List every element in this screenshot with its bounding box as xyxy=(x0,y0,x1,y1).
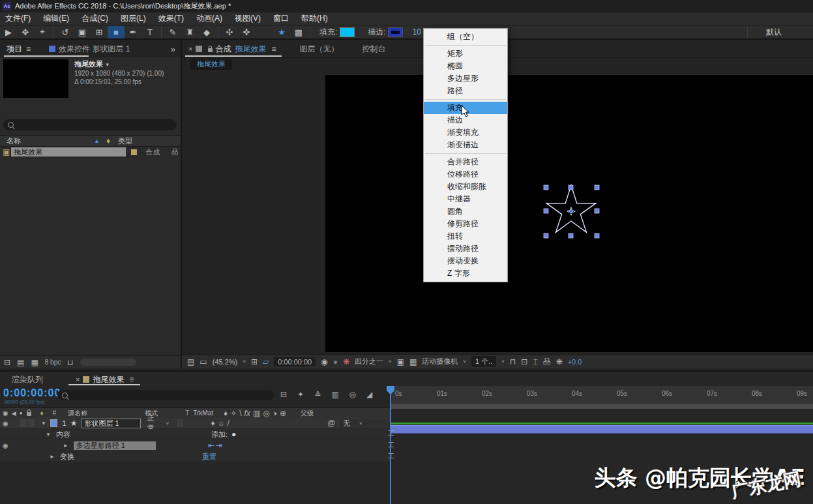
comp-timecode[interactable]: 0:00:00:00 xyxy=(274,357,316,366)
menu-item-wiggle-paths[interactable]: 摆动路径 xyxy=(424,243,507,255)
menu-item-gradient-fill[interactable]: 渐变填充 xyxy=(424,126,507,139)
camera-view-select[interactable]: 活动摄像机 xyxy=(422,357,458,366)
trkmat-box[interactable] xyxy=(177,419,183,427)
project-item-row[interactable]: ▣ 拖尾效果 合成 品 xyxy=(0,147,181,157)
menu-composition[interactable]: 合成(C) xyxy=(81,13,108,24)
transform-reset-link[interactable]: 重置 xyxy=(202,452,216,462)
layer-name[interactable]: 形状图层 1 xyxy=(81,419,140,428)
resolution-select[interactable]: 四分之一 xyxy=(355,357,383,366)
menu-item-repeater[interactable]: 中继器 xyxy=(424,193,507,205)
mini-flowchart-icon[interactable]: ⊟ xyxy=(280,390,287,399)
playhead-line[interactable] xyxy=(390,386,391,504)
primary-viewer-icon[interactable]: ▭ xyxy=(200,357,207,366)
menu-item-zigzag[interactable]: Z 字形 xyxy=(424,267,507,280)
new-folder-icon[interactable]: ▤ xyxy=(17,358,24,367)
zoom-tool-icon[interactable]: ⌖ xyxy=(34,26,51,38)
star-shape-tool-icon[interactable]: ★ xyxy=(273,26,290,38)
label-column-icon[interactable]: ♦ xyxy=(106,136,110,145)
contents-row[interactable]: ▼ 内容 添加: ● xyxy=(0,429,390,439)
contents-add-icon[interactable]: ● xyxy=(231,430,236,439)
menu-layer[interactable]: 图层(L) xyxy=(121,13,146,24)
comp-panel-menu-icon[interactable]: ≡ xyxy=(271,44,276,53)
reset-exposure-icon[interactable]: ❋ xyxy=(556,357,563,366)
layer-quality-icon[interactable]: ♦ xyxy=(211,419,214,428)
panel-menu-icon[interactable]: ≡ xyxy=(26,44,31,53)
snapshot-icon[interactable]: ◉ xyxy=(321,357,327,366)
rectangle-tool-icon[interactable]: ■ xyxy=(108,26,125,38)
viewer-comp-button[interactable]: 拖尾效果 xyxy=(190,59,232,70)
current-timecode[interactable]: 0:00:00:00 xyxy=(3,387,61,399)
trkmat-column[interactable]: TrkMat xyxy=(193,409,213,417)
layer-expand-caret-icon[interactable]: ▼ xyxy=(41,421,46,426)
label-color-chip[interactable] xyxy=(131,149,137,155)
close-tab-icon[interactable]: × xyxy=(76,376,80,383)
tab-composition-name[interactable]: 拖尾效果 xyxy=(235,44,266,55)
contents-caret-icon[interactable]: ▼ xyxy=(46,432,51,437)
close-tab-icon[interactable]: × xyxy=(188,45,192,53)
parent-select[interactable]: 无 ˅ xyxy=(340,419,390,428)
menu-animation[interactable]: 动画(A) xyxy=(196,13,222,24)
menu-item-round-corners[interactable]: 圆角 xyxy=(424,205,507,218)
mask-visibility-icon[interactable]: ▱ xyxy=(263,357,269,366)
menu-item-gradient-stroke[interactable]: 渐变描边 xyxy=(424,139,507,151)
panel-scrollbar[interactable] xyxy=(80,359,136,366)
in-handle-icon[interactable]: ⇤ xyxy=(208,441,214,450)
menu-item-group-empty[interactable]: 组（空） xyxy=(424,31,507,43)
camera-tool-icon[interactable]: ▣ xyxy=(74,26,91,38)
always-preview-icon[interactable]: ▤ xyxy=(187,357,194,366)
time-ruler[interactable]: 0s 01s 02s 03s 04s 05s 06s 07s 08s 09s xyxy=(390,386,813,405)
menu-item-path[interactable]: 路径 xyxy=(424,85,507,97)
pixel-aspect-icon[interactable]: ⊓ xyxy=(510,357,516,366)
tab-composition-label[interactable]: 合成 xyxy=(215,44,231,55)
stroke-color-swatch[interactable] xyxy=(389,28,402,37)
tab-render-queue[interactable]: 渲染队列 xyxy=(12,374,43,385)
menu-item-trim-paths[interactable]: 修剪路径 xyxy=(424,218,507,230)
menu-effect[interactable]: 效果(T) xyxy=(158,13,184,24)
transform-label[interactable]: 变换 xyxy=(60,452,74,462)
column-name[interactable]: 名称 xyxy=(7,136,21,146)
graph-editor-icon[interactable]: ◢ xyxy=(366,390,372,399)
motion-blur-icon[interactable]: ◎ xyxy=(349,390,356,399)
work-area-bar[interactable] xyxy=(390,404,813,409)
channels-icon[interactable]: ❋ xyxy=(343,357,349,366)
row-eye-icon[interactable]: ◉ xyxy=(3,442,8,449)
layer-slash-icon[interactable]: / xyxy=(228,419,229,428)
contents-label[interactable]: 内容 xyxy=(56,430,70,439)
grid-guides-icon[interactable]: ⊞ xyxy=(251,357,258,366)
show-snapshot-icon[interactable]: ● xyxy=(333,357,338,366)
tab-console[interactable]: 控制台 xyxy=(362,44,385,55)
transparency-grid-icon[interactable]: ▦ xyxy=(409,357,417,366)
row-expand-caret-icon[interactable]: ► xyxy=(63,443,68,449)
layer-row[interactable]: ◉ ▼ 1 ★ 形状图层 1 正常 ˅ ♦ ☼ / @ 无 ˅ xyxy=(0,418,390,428)
menu-item-polystar[interactable]: 多边星形 xyxy=(424,72,507,85)
views-caret-icon[interactable]: ˅ xyxy=(501,359,505,364)
selection-tool-icon[interactable]: ▶ xyxy=(0,26,17,38)
project-item-name[interactable]: 拖尾效果 xyxy=(11,147,126,156)
mask-mode-icon[interactable]: ▩ xyxy=(290,26,307,38)
zoom-level[interactable]: (45.2%) xyxy=(213,358,238,366)
comp-info-caret-icon[interactable]: ▼ xyxy=(105,61,110,69)
new-comp-icon[interactable]: ▦ xyxy=(31,358,38,367)
camera-caret-icon[interactable]: ˅ xyxy=(463,359,466,364)
workspace-default[interactable]: 默认 xyxy=(747,27,782,37)
flowchart-icon[interactable]: 品 xyxy=(171,147,178,156)
layer-color-chip[interactable] xyxy=(50,419,57,427)
anchor-point-icon[interactable] xyxy=(567,207,576,216)
draft-3d-icon[interactable]: ✦ xyxy=(297,390,304,399)
list-view-icon[interactable]: ⊟ xyxy=(4,358,10,367)
stroke-width-value[interactable]: 10 xyxy=(413,27,421,37)
exposure-value[interactable]: +0.0 xyxy=(568,358,582,366)
fill-color-swatch[interactable] xyxy=(340,27,355,37)
menu-item-pucker-bloat[interactable]: 收缩和膨胀 xyxy=(424,181,507,193)
tab-layer[interactable]: 图层（无） xyxy=(299,44,338,55)
lock-icon[interactable] xyxy=(208,48,213,52)
out-handle-icon[interactable]: ⇥ xyxy=(216,441,222,450)
bit-depth[interactable]: 8 bpc xyxy=(45,359,61,366)
menu-view[interactable]: 视图(V) xyxy=(235,13,261,24)
pen-tool-icon[interactable]: ✒ xyxy=(125,26,141,38)
layer-switch-box[interactable] xyxy=(28,419,35,427)
menu-edit[interactable]: 编辑(E) xyxy=(43,13,69,24)
transform-row[interactable]: ► 变换 重置 xyxy=(0,451,390,462)
source-name-column[interactable]: 源名称 xyxy=(68,409,87,418)
timeline-button-icon[interactable]: ⌶ xyxy=(533,357,537,366)
